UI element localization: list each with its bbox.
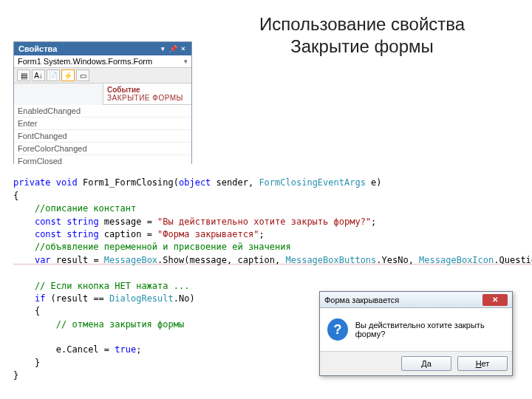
event-desc-sub: ЗАКРЫТИЕ ФОРМЫ [107,94,188,102]
object-dropdown[interactable]: Form1 System.Windows.Forms.Form ▾ [14,55,191,68]
title-line-2: Закрытие формы [290,36,434,56]
autohide-icon[interactable]: 📌 [169,45,177,52]
events-button[interactable]: ⚡ [61,69,75,81]
question-icon: ? [327,318,348,341]
alphabetical-button[interactable]: A↓ [32,69,45,81]
event-description: Событие ЗАКРЫТИЕ ФОРМЫ [103,83,191,105]
properties-header: Свойства ▾ 📌 × [14,42,191,55]
event-row[interactable]: FontChanged [14,130,191,143]
pin-icon[interactable]: ▾ [159,45,166,52]
dialog-title-text: Форма закрывается [324,296,399,304]
dialog-footer: Да Нет [320,351,512,375]
event-row[interactable]: EnabledChanged [14,105,191,117]
dialog-message: Вы действительно хотите закрыть форму? [355,321,505,338]
event-desc-title: Событие [107,86,188,94]
dialog-close-button[interactable]: ✕ [482,294,508,306]
title-line-1: Использование свойства [259,14,465,34]
object-dropdown-text: Form1 System.Windows.Forms.Form [18,57,152,66]
event-row[interactable]: Enter [14,117,191,130]
properties-toolbar: ▤ A↓ 📄 ⚡ ▭ [14,68,191,83]
properties-button[interactable]: 📄 [47,69,60,81]
messagebox-dialog: Форма закрывается ✕ ? Вы действительно х… [319,291,513,376]
slide-title: Использование свойства Закрытие формы [214,13,510,58]
dialog-titlebar[interactable]: Форма закрывается ✕ [320,292,512,308]
properties-header-label: Свойства [18,44,57,53]
dialog-body: ? Вы действительно хотите закрыть форму? [320,308,512,351]
no-button[interactable]: Нет [457,356,508,371]
pages-button[interactable]: ▭ [76,69,89,81]
yes-button[interactable]: Да [401,356,451,371]
close-icon[interactable]: × [180,45,187,52]
categorized-button[interactable]: ▤ [17,69,30,81]
event-row[interactable]: ForeColorChanged [14,143,191,155]
chevron-down-icon: ▾ [184,58,188,65]
